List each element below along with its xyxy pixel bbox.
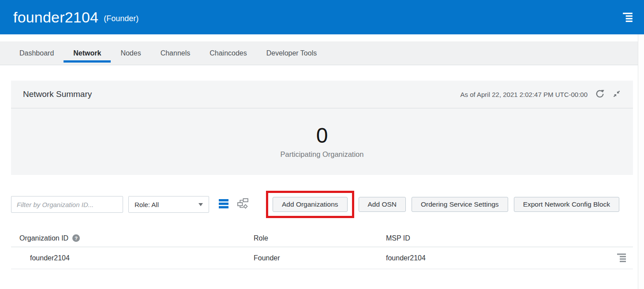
refresh-button[interactable] bbox=[595, 89, 605, 100]
scrollbar-track[interactable] bbox=[638, 34, 644, 289]
header-gap bbox=[0, 34, 638, 41]
console-header: founder2104 (Founder) bbox=[0, 0, 644, 34]
organization-id-header-label: Organization ID bbox=[19, 234, 68, 242]
network-summary-panel: Network Summary As of April 22, 2021 2:0… bbox=[11, 81, 633, 175]
help-icon[interactable]: ? bbox=[72, 234, 80, 242]
tab-dashboard[interactable]: Dashboard bbox=[10, 41, 64, 65]
instance-role-subtitle: (Founder) bbox=[104, 14, 139, 23]
header-menu-button[interactable] bbox=[622, 11, 633, 24]
content-area: Dashboard Network Nodes Channels Chainco… bbox=[0, 34, 638, 269]
app-window: founder2104 (Founder) Dashboard Network … bbox=[0, 0, 644, 289]
as-of-timestamp: As of April 22, 2021 2:02:47 PM UTC-00:0… bbox=[461, 91, 588, 98]
msp-id-value: founder2104 bbox=[386, 254, 426, 262]
role-filter-select[interactable]: Role: All bbox=[128, 196, 209, 213]
tab-channels[interactable]: Channels bbox=[151, 41, 200, 65]
ordering-service-settings-button[interactable]: Ordering Service Settings bbox=[412, 197, 508, 212]
annotation-highlight-box: Add Organizations bbox=[266, 191, 354, 218]
organizations-toolbar: Role: All bbox=[11, 190, 633, 219]
network-summary-header: Network Summary As of April 22, 2021 2:0… bbox=[11, 81, 633, 108]
organizations-table: Organization ID ? Role MSP ID founder210… bbox=[11, 230, 633, 269]
collapse-icon bbox=[612, 89, 621, 100]
tab-bar: Dashboard Network Nodes Channels Chainco… bbox=[0, 41, 638, 65]
table-row: founder2104 Founder founder2104 bbox=[11, 247, 633, 269]
menu-icon bbox=[622, 11, 633, 24]
network-summary-body: 0 Participating Organization bbox=[11, 108, 633, 175]
cell-msp-id: founder2104 bbox=[386, 252, 633, 264]
panel-title: Network Summary bbox=[23, 89, 92, 99]
role-filter-value: Role: All bbox=[135, 201, 159, 208]
export-network-config-block-button[interactable]: Export Network Config Block bbox=[514, 197, 619, 212]
participating-org-label: Participating Organization bbox=[281, 150, 364, 159]
tab-nodes[interactable]: Nodes bbox=[111, 41, 150, 65]
panel-header-actions: As of April 22, 2021 2:02:47 PM UTC-00:0… bbox=[461, 89, 622, 100]
cell-role: Founder bbox=[254, 254, 386, 262]
organization-filter-input[interactable] bbox=[11, 196, 123, 213]
column-header-role: Role bbox=[254, 234, 386, 242]
list-view-icon bbox=[218, 199, 229, 210]
column-header-organization-id: Organization ID ? bbox=[11, 234, 254, 242]
tab-developer-tools[interactable]: Developer Tools bbox=[257, 41, 326, 65]
row-actions-menu-button[interactable] bbox=[616, 252, 627, 264]
column-header-msp-id: MSP ID bbox=[386, 234, 633, 242]
menu-icon bbox=[616, 252, 627, 264]
tab-chaincodes[interactable]: Chaincodes bbox=[200, 41, 257, 65]
collapse-panel-button[interactable] bbox=[612, 89, 621, 100]
tab-network[interactable]: Network bbox=[64, 41, 111, 65]
table-header-row: Organization ID ? Role MSP ID bbox=[11, 230, 633, 247]
refresh-icon bbox=[595, 89, 605, 100]
add-osn-button[interactable]: Add OSN bbox=[359, 197, 406, 212]
list-view-button[interactable] bbox=[218, 199, 229, 210]
topology-icon bbox=[237, 198, 249, 211]
instance-title: founder2104 bbox=[13, 9, 98, 26]
topology-view-button[interactable] bbox=[237, 198, 249, 211]
add-organizations-button[interactable]: Add Organizations bbox=[273, 197, 348, 212]
participating-org-count: 0 bbox=[316, 125, 328, 146]
cell-organization-id: founder2104 bbox=[11, 254, 254, 262]
caret-down-icon bbox=[198, 203, 203, 206]
